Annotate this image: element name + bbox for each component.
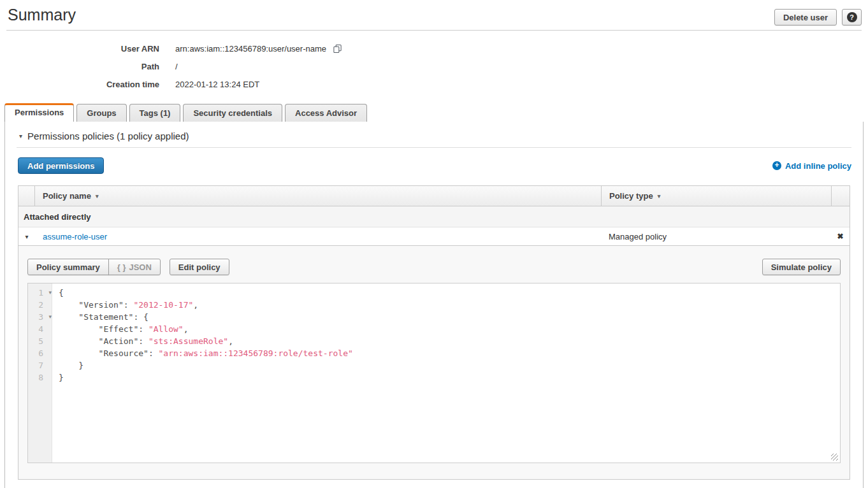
add-inline-policy-link[interactable]: + Add inline policy	[772, 161, 851, 171]
policy-type-cell: Managed policy	[601, 227, 831, 245]
tab-permissions[interactable]: Permissions	[4, 103, 74, 122]
editor-resize-handle[interactable]	[831, 454, 838, 461]
user-arn-label: User ARN	[0, 44, 159, 54]
page-title: Summary	[6, 0, 862, 24]
actions-column-header	[831, 186, 850, 206]
sort-caret-icon: ▾	[96, 193, 99, 199]
section-divider	[17, 147, 851, 148]
braces-icon: { }	[117, 262, 126, 272]
detach-policy-icon[interactable]: ✖	[837, 232, 843, 241]
creation-time-value: 2022-01-12 13:24 EDT	[175, 80, 259, 89]
path-value: /	[175, 62, 178, 71]
policy-table-header: Policy name ▾ Policy type ▾	[18, 186, 850, 206]
creation-time-label: Creation time	[0, 80, 159, 89]
collapse-caret-icon: ▾	[19, 133, 22, 140]
policy-summary-button[interactable]: Policy summary	[27, 259, 109, 275]
sort-caret-icon: ▾	[658, 193, 661, 199]
expander-column-header	[18, 186, 35, 206]
row-expander-caret-icon[interactable]: ▾	[25, 233, 28, 240]
policy-actions-row: Add permissions + Add inline policy	[18, 157, 851, 174]
add-permissions-button[interactable]: Add permissions	[18, 157, 104, 174]
simulate-policy-button[interactable]: Simulate policy	[762, 259, 841, 275]
policy-detail-panel: Policy summary { } JSON Edit policy Simu…	[18, 246, 850, 479]
permissions-policies-section-header[interactable]: ▾ Permissions policies (1 policy applied…	[5, 122, 863, 141]
tab-groups[interactable]: Groups	[76, 104, 126, 122]
policy-type-column-header[interactable]: Policy type ▾	[601, 186, 831, 206]
delete-user-button[interactable]: Delete user	[774, 9, 837, 25]
help-icon: ?	[847, 12, 857, 22]
tab-access-advisor[interactable]: Access Advisor	[285, 104, 367, 122]
help-button[interactable]: ?	[842, 9, 862, 25]
policy-table: Policy name ▾ Policy type ▾ Attached dir…	[18, 185, 850, 480]
policy-json-editor[interactable]: 1▾23▾45678 { "Version": "2012-10-17", "S…	[27, 283, 841, 463]
copy-icon[interactable]	[333, 44, 342, 54]
header-actions: Delete user ?	[774, 9, 862, 25]
permissions-policies-title: Permissions policies (1 policy applied)	[27, 131, 189, 141]
attached-directly-group-row: Attached directly	[18, 206, 850, 227]
tab-security-credentials[interactable]: Security credentials	[183, 104, 282, 122]
path-label: Path	[0, 62, 159, 71]
editor-code[interactable]: { "Version": "2012-10-17", "Statement": …	[52, 283, 840, 384]
json-view-button[interactable]: { } JSON	[108, 259, 161, 275]
page-header: Summary Delete user ?	[6, 0, 862, 31]
editor-gutter: 1▾23▾45678	[28, 283, 52, 463]
creation-time-row: Creation time 2022-01-12 13:24 EDT	[0, 75, 868, 93]
permissions-tab-panel: ▾ Permissions policies (1 policy applied…	[4, 122, 864, 488]
summary-fields: User ARN arn:aws:iam::123456789:user/use…	[0, 39, 868, 93]
policy-view-button-group: Policy summary { } JSON	[27, 259, 161, 275]
policy-detail-toolbar: Policy summary { } JSON Edit policy Simu…	[27, 259, 841, 275]
policy-name-link[interactable]: assume-role-user	[43, 232, 107, 241]
tab-bar: Permissions Groups Tags (1) Security cre…	[4, 103, 868, 122]
user-arn-value: arn:aws:iam::123456789:user/user-name	[175, 44, 326, 54]
user-arn-row: User ARN arn:aws:iam::123456789:user/use…	[0, 39, 868, 57]
policy-row: ▾ assume-role-user Managed policy ✖	[18, 227, 850, 246]
policy-name-column-header[interactable]: Policy name ▾	[35, 191, 601, 201]
edit-policy-button[interactable]: Edit policy	[170, 259, 229, 275]
path-row: Path /	[0, 57, 868, 75]
tab-tags[interactable]: Tags (1)	[129, 104, 181, 122]
plus-icon: +	[772, 161, 781, 170]
